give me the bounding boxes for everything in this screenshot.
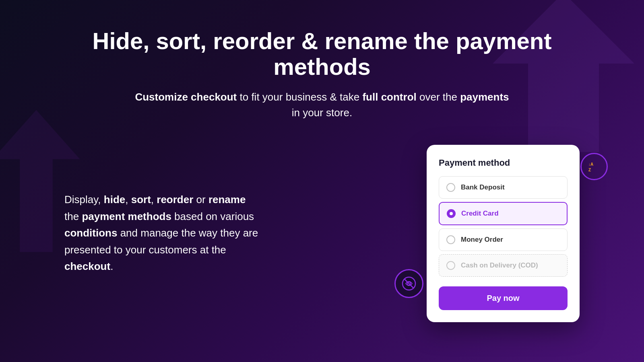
credit-card-label: Credit Card	[461, 210, 499, 218]
desc-checkout: checkout	[64, 260, 110, 272]
desc-rename: rename	[208, 193, 246, 206]
svg-text:Z: Z	[588, 168, 591, 172]
money-order-label: Money Order	[461, 236, 503, 244]
cod-radio	[446, 261, 455, 270]
subtitle-text4: in your store.	[292, 107, 352, 119]
left-description: Display, hide, sort, reorder or rename t…	[64, 191, 258, 275]
main-title: Hide, sort, reorder & rename the payment…	[80, 28, 564, 80]
bank-deposit-option[interactable]: Bank Deposit	[439, 176, 568, 199]
header-section: Hide, sort, reorder & rename the payment…	[80, 28, 564, 121]
cod-option: Cash on Delivery (COD)	[439, 254, 568, 277]
desc-conditions: conditions	[64, 227, 117, 239]
hide-badge[interactable]	[394, 269, 423, 298]
sort-badge[interactable]: ↓A Z	[580, 153, 608, 180]
svg-text:↓A: ↓A	[588, 162, 593, 167]
desc-or: or	[193, 193, 208, 206]
desc-sep1: ,	[125, 193, 131, 206]
desc-manage: and manage the way they are	[117, 227, 258, 239]
bank-deposit-label: Bank Deposit	[461, 183, 505, 191]
desc-dot: .	[110, 260, 113, 272]
cod-label: Cash on Delivery (COD)	[461, 261, 538, 269]
desc-reorder: reorder	[157, 193, 193, 206]
pay-now-button[interactable]: Pay now	[439, 286, 568, 310]
subtitle-bold3: payments	[460, 91, 509, 103]
money-order-option[interactable]: Money Order	[439, 228, 568, 251]
payment-card: Payment method Bank Deposit Credit Card …	[427, 145, 580, 322]
desc-sep2: ,	[151, 193, 157, 206]
credit-card-radio	[447, 209, 456, 218]
desc-based: based on various	[171, 210, 254, 222]
desc-the: the	[64, 210, 82, 222]
desc-presented: presented to your customers at the	[64, 244, 226, 256]
subtitle: Customize checkout to fit your business …	[80, 89, 564, 121]
eye-slash-icon	[402, 276, 416, 291]
credit-card-option[interactable]: Credit Card	[439, 202, 568, 225]
desc-display: Display,	[64, 193, 104, 206]
sort-badge-inner: ↓A Z	[588, 160, 601, 173]
subtitle-text2: to fit your business & take	[237, 91, 362, 103]
payment-card-title: Payment method	[439, 158, 568, 168]
desc-hide: hide	[104, 193, 125, 206]
subtitle-text3: over the	[417, 91, 460, 103]
desc-sort: sort	[131, 193, 151, 206]
subtitle-bold1: Customize checkout	[135, 91, 237, 103]
subtitle-bold2: full control	[362, 91, 416, 103]
lower-section: Display, hide, sort, reorder or rename t…	[40, 145, 604, 322]
sort-az-icon: ↓A Z	[588, 160, 601, 173]
desc-payment-methods: payment methods	[82, 210, 171, 222]
money-order-radio	[446, 235, 455, 244]
right-widget: Payment method Bank Deposit Credit Card …	[427, 145, 580, 322]
bank-deposit-radio	[446, 183, 455, 192]
